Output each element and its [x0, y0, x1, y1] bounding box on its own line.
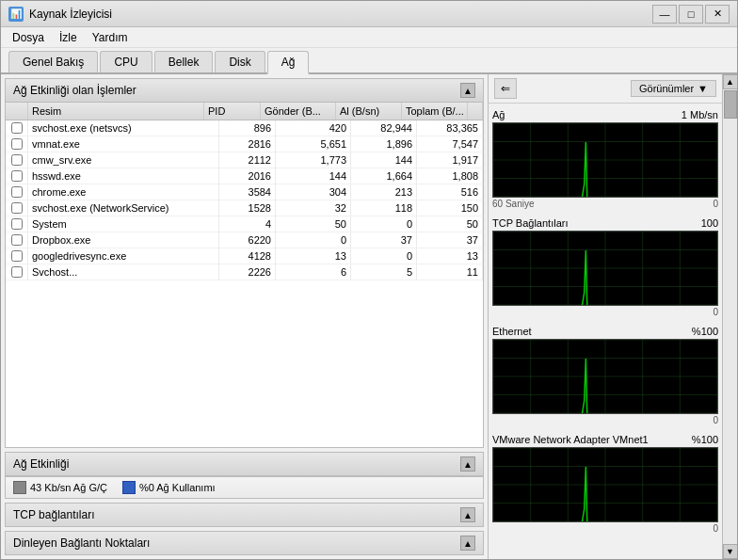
row-name: vmnat.exe [28, 136, 219, 152]
scroll-down-button[interactable]: ▼ [723, 544, 738, 559]
table-row[interactable]: vmnat.exe 2816 5,651 1,896 7,547 [6, 136, 483, 152]
table-row[interactable]: googledrivesync.exe 4128 13 0 13 [6, 248, 483, 264]
row-name: cmw_srv.exe [28, 152, 219, 168]
scrollbar-thumb[interactable] [724, 90, 737, 119]
nav-back-button[interactable]: ⇐ [494, 78, 517, 99]
row-send: 144 [276, 168, 351, 184]
tcp-collapse[interactable]: ▲ [460, 507, 475, 522]
row-checkbox[interactable] [11, 250, 23, 262]
table-row[interactable]: System 4 50 0 50 [6, 216, 483, 232]
row-checkbox[interactable] [11, 202, 23, 214]
listening-title: Dinleyen Bağlantı Noktaları [13, 536, 150, 550]
left-panel: Ağ Etkinliği olan İşlemler ▲ Resim PID G… [1, 74, 488, 559]
scroll-up-button[interactable]: ▲ [723, 74, 738, 89]
row-checkbox-cell [6, 200, 28, 216]
graph-section-1: TCP Bağlantıları 100 0 [492, 216, 718, 318]
tab-ag[interactable]: Ağ [267, 51, 310, 74]
row-receive: 213 [351, 184, 417, 200]
row-checkbox[interactable] [11, 154, 23, 166]
row-send: 304 [276, 184, 351, 200]
row-checkbox[interactable] [11, 186, 23, 198]
row-checkbox[interactable] [11, 234, 23, 246]
maximize-button[interactable]: □ [679, 5, 703, 24]
table-row[interactable]: Svchost... 2226 6 5 11 [6, 264, 483, 280]
graph-value: 1 Mb/sn [682, 109, 718, 120]
graph-label-row: Ethernet %100 [492, 324, 718, 339]
main-content: Ağ Etkinliği olan İşlemler ▲ Resim PID G… [1, 74, 737, 559]
col-al: Al (B/sn) [336, 103, 402, 120]
row-receive: 1,664 [351, 168, 417, 184]
row-total: 7,547 [417, 136, 483, 152]
row-send: 32 [276, 200, 351, 216]
table-row[interactable]: svchost.exe (NetworkService) 1528 32 118… [6, 200, 483, 216]
col-scroll [468, 103, 483, 120]
row-send: 50 [276, 216, 351, 232]
table-header: Resim PID Gönder (B... Al (B/sn) Toplam … [6, 103, 483, 120]
row-name: svchost.exe (NetworkService) [28, 200, 219, 216]
col-pid: PID [204, 103, 261, 120]
row-pid: 6220 [219, 232, 276, 248]
listening-collapse[interactable]: ▲ [460, 536, 475, 551]
tcp-header[interactable]: TCP bağlantıları ▲ [6, 504, 483, 526]
views-button[interactable]: Görünümler ▼ [631, 80, 716, 97]
listening-header[interactable]: Dinleyen Bağlantı Noktaları ▲ [6, 532, 483, 554]
row-checkbox[interactable] [11, 138, 23, 150]
row-name: System [28, 216, 219, 232]
graph-canvas [492, 447, 718, 522]
right-panel: ⇐ Görünümler ▼ Ağ 1 Mb/sn 60 Sa [488, 74, 722, 559]
graph-value: %100 [692, 434, 718, 445]
gray-indicator [13, 481, 26, 494]
table-body: svchost.exe (netsvcs) 896 420 82,944 83,… [6, 120, 483, 444]
menu-yardim[interactable]: Yardım [85, 29, 136, 46]
graph-section-0: Ağ 1 Mb/sn 60 Saniye 0 [492, 107, 718, 210]
graph-label: Ağ [492, 109, 505, 120]
activity-status1: 43 Kb/sn Ağ G/Ç [30, 482, 107, 493]
row-receive: 37 [351, 232, 417, 248]
graphs-container: Ağ 1 Mb/sn 60 Saniye 0 TCP Bağlantıları … [489, 104, 722, 559]
graph-value: %100 [692, 326, 718, 337]
tab-disk[interactable]: Disk [215, 51, 265, 72]
menu-izle[interactable]: İzle [52, 29, 85, 46]
graph-canvas [492, 339, 718, 414]
table-row[interactable]: svchost.exe (netsvcs) 896 420 82,944 83,… [6, 120, 483, 136]
graph-bottom-label: 60 Saniye 0 [492, 198, 718, 210]
tab-genel-bakis[interactable]: Genel Bakış [8, 51, 98, 72]
row-checkbox[interactable] [11, 170, 23, 182]
graph-label-row: VMware Network Adapter VMnet1 %100 [492, 432, 718, 447]
menu-bar: Dosya İzle Yardım [1, 27, 737, 48]
listening-section: Dinleyen Bağlantı Noktaları ▲ [5, 531, 484, 555]
row-name: svchost.exe (netsvcs) [28, 120, 219, 136]
table-row[interactable]: hsswd.exe 2016 144 1,664 1,808 [6, 168, 483, 184]
row-total: 83,365 [417, 120, 483, 136]
row-checkbox[interactable] [11, 122, 23, 134]
row-send: 13 [276, 248, 351, 264]
table-row[interactable]: Dropbox.exe 6220 0 37 37 [6, 232, 483, 248]
row-checkbox-cell [6, 168, 28, 184]
row-checkbox-cell [6, 184, 28, 200]
col-toplam: Toplam (B/... [402, 103, 468, 120]
row-checkbox[interactable] [11, 218, 23, 230]
graph-bottom-right: 0 [713, 199, 718, 209]
row-name: Dropbox.exe [28, 232, 219, 248]
row-receive: 0 [351, 216, 417, 232]
graph-bottom-right: 0 [713, 523, 718, 534]
activity-collapse[interactable]: ▲ [460, 456, 475, 472]
table-row[interactable]: chrome.exe 3584 304 213 516 [6, 184, 483, 200]
row-receive: 5 [351, 264, 417, 280]
graph-section-2: Ethernet %100 0 [492, 324, 718, 426]
close-button[interactable]: ✕ [705, 5, 730, 24]
tab-cpu[interactable]: CPU [100, 51, 152, 72]
row-send: 0 [276, 232, 351, 248]
menu-dosya[interactable]: Dosya [5, 29, 52, 46]
activity-indicator-2: %0 Ağ Kullanımı [122, 481, 216, 494]
window-title: Kaynak İzleyicisi [29, 8, 112, 21]
minimize-button[interactable]: — [652, 5, 677, 24]
tab-bellek[interactable]: Bellek [154, 51, 214, 72]
title-bar-left: 📊 Kaynak İzleyicisi [8, 7, 112, 22]
graph-bottom-label: 0 [492, 414, 718, 426]
process-section-collapse[interactable]: ▲ [460, 83, 475, 98]
row-checkbox[interactable] [11, 266, 23, 278]
graph-canvas [492, 231, 718, 306]
table-row[interactable]: cmw_srv.exe 2112 1,773 144 1,917 [6, 152, 483, 168]
row-name: googledrivesync.exe [28, 248, 219, 264]
